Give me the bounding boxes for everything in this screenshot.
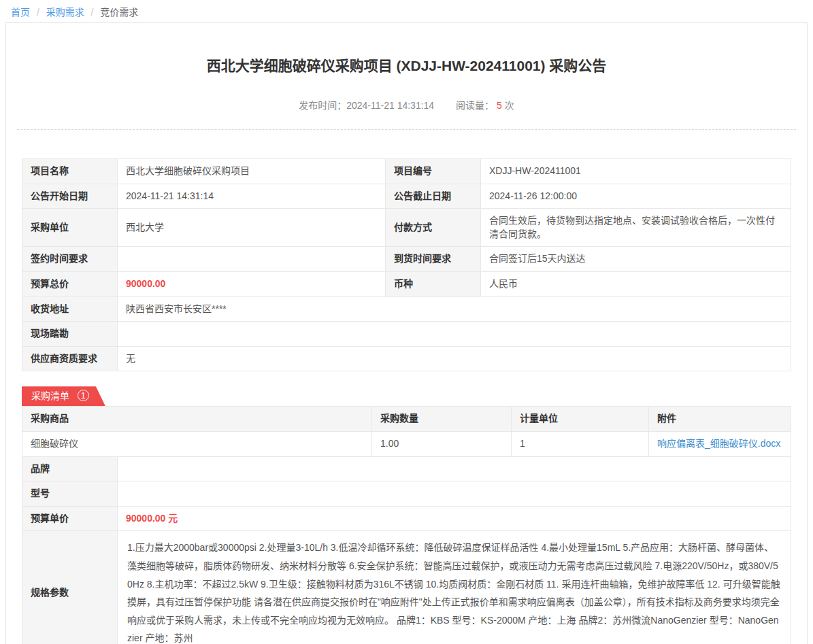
supplier-qualification-value: 无	[118, 346, 791, 371]
model-value	[118, 481, 791, 507]
budget-total-label: 预算总价	[22, 271, 118, 296]
unit-price-label: 预算单价	[22, 506, 118, 531]
delivery-time-value: 合同签订后15天内送达	[481, 247, 791, 272]
breadcrumb-separator: /	[91, 7, 94, 18]
announce-end-value: 2024-11-26 12:00:00	[481, 184, 791, 209]
model-label: 型号	[22, 481, 118, 507]
table-row: 收货地址 陕西省西安市长安区****	[22, 296, 791, 322]
table-row: 品牌	[22, 456, 791, 481]
delivery-address-label: 收货地址	[22, 296, 118, 322]
announce-start-label: 公告开始日期	[22, 184, 118, 209]
currency-label: 币种	[386, 271, 481, 296]
purchase-list-table: 采购商品 采购数量 计量单位 附件 细胞破碎仪 1.00 1 响应偏离表_细胞破…	[22, 406, 791, 456]
spec-params-value: 1.压力最大2000bar或30000psi 2.处理量3-10L/h 3.低温…	[118, 531, 791, 644]
table-row: 采购单位 西北大学 付款方式 合同生效后，待货物到达指定地点、安装调试验收合格后…	[22, 209, 791, 247]
payment-method-label: 付款方式	[386, 209, 481, 247]
brand-label: 品牌	[22, 456, 118, 481]
table-row: 规格参数 1.压力最大2000bar或30000psi 2.处理量3-10L/h…	[22, 531, 791, 644]
breadcrumb-home-link[interactable]: 首页	[11, 7, 30, 18]
publish-time-value: 2024-11-21 14:31:14	[346, 100, 434, 111]
table-row: 供应商资质要求 无	[22, 346, 791, 371]
table-row: 公告开始日期 2024-11-21 14:31:14 公告截止日期 2024-1…	[22, 184, 791, 209]
announcement-meta: 发布时间：2024-11-21 14:31:14 阅读量：5次	[6, 98, 807, 112]
announce-end-label: 公告截止日期	[386, 184, 481, 209]
breadcrumb-purchase-demand-link[interactable]: 采购需求	[46, 7, 84, 18]
product-quantity: 1.00	[372, 431, 512, 456]
currency-value: 人民币	[481, 271, 791, 296]
signing-time-value	[118, 247, 386, 272]
site-survey-label: 现场踏勘	[22, 322, 118, 347]
project-name-label: 项目名称	[22, 159, 118, 184]
breadcrumb-separator: /	[37, 7, 39, 18]
table-row: 项目名称 西北大学细胞破碎仪采购项目 项目编号 XDJJ-HW-20241100…	[22, 159, 791, 184]
purchase-list-tab: 采购清单 1	[22, 386, 105, 406]
announce-start-value: 2024-11-21 14:31:14	[118, 184, 386, 209]
breadcrumb-current-page: 竞价需求	[100, 7, 138, 18]
project-number-label: 项目编号	[386, 159, 481, 184]
project-info-table: 项目名称 西北大学细胞破碎仪采购项目 项目编号 XDJJ-HW-20241100…	[22, 158, 791, 371]
product-unit: 1	[512, 431, 649, 456]
product-name: 细胞破碎仪	[22, 431, 372, 456]
delivery-time-label: 到货时间要求	[386, 247, 481, 272]
product-row: 细胞破碎仪 1.00 1 响应偏离表_细胞破碎仪.docx	[22, 431, 791, 456]
views-count: 5	[497, 100, 502, 111]
table-row: 型号	[22, 481, 791, 507]
announcement-card: 西北大学细胞破碎仪采购项目 (XDJJ-HW-202411001) 采购公告 发…	[5, 22, 808, 644]
brand-value	[118, 456, 791, 481]
unit-column-header: 计量单位	[512, 407, 649, 432]
table-header-row: 采购商品 采购数量 计量单位 附件	[22, 407, 791, 432]
supplier-qualification-label: 供应商资质要求	[22, 346, 118, 371]
site-survey-value	[118, 322, 791, 347]
table-row: 签约时间要求 到货时间要求 合同签订后15天内送达	[22, 247, 791, 272]
purchase-list-count-badge: 1	[78, 390, 89, 401]
table-row: 预算单价 90000.00 元	[22, 506, 791, 531]
quantity-column-header: 采购数量	[372, 407, 512, 432]
table-row: 预算总价 90000.00 币种 人民币	[22, 271, 791, 296]
purchaser-label: 采购单位	[22, 209, 118, 247]
publish-time-label: 发布时间：	[299, 100, 346, 111]
budget-total-value: 90000.00	[118, 271, 386, 296]
product-detail-table: 品牌 型号 预算单价 90000.00 元 规格参数 1.压力最大2000bar…	[22, 456, 791, 644]
unit-price-value: 90000.00 元	[118, 506, 791, 531]
attachment-download-link[interactable]: 响应偏离表_细胞破碎仪.docx	[657, 438, 780, 449]
delivery-address-value: 陕西省西安市长安区****	[118, 296, 791, 322]
views-label: 阅读量：	[456, 100, 494, 111]
project-name-value: 西北大学细胞破碎仪采购项目	[118, 159, 386, 184]
signing-time-label: 签约时间要求	[22, 247, 118, 272]
purchaser-value: 西北大学	[118, 209, 386, 247]
views-unit: 次	[505, 100, 514, 111]
header-divider	[17, 129, 796, 130]
attachment-column-header: 附件	[649, 407, 791, 432]
breadcrumb: 首页 / 采购需求 / 竞价需求	[0, 0, 813, 22]
page-title: 西北大学细胞破碎仪采购项目 (XDJJ-HW-202411001) 采购公告	[6, 54, 807, 75]
payment-method-value: 合同生效后，待货物到达指定地点、安装调试验收合格后，一次性付清合同货款。	[481, 209, 791, 247]
product-column-header: 采购商品	[22, 407, 372, 432]
purchase-list-tab-label: 采购清单	[31, 390, 69, 401]
table-row: 现场踏勘	[22, 322, 791, 347]
project-number-value: XDJJ-HW-202411001	[481, 159, 791, 184]
spec-params-label: 规格参数	[22, 531, 118, 644]
